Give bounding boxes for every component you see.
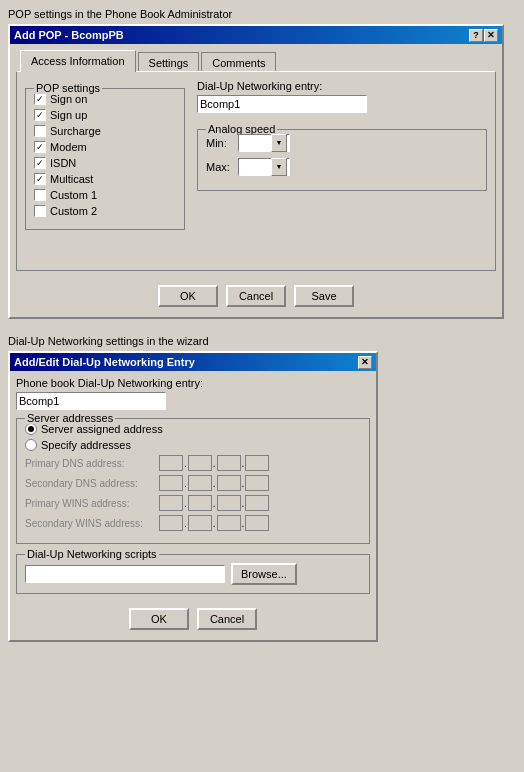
custom1-label: Custom 1 (50, 189, 97, 201)
bottom-section-label: Dial-Up Networking settings in the wizar… (8, 335, 516, 347)
primary-dns-oct1[interactable] (159, 455, 183, 471)
primary-wins-row: Primary WINS address: . . . (25, 495, 361, 511)
scripts-row: Browse... (25, 563, 361, 585)
primary-dns-oct2[interactable] (188, 455, 212, 471)
close-button[interactable]: ✕ (484, 29, 498, 42)
primary-wins-oct4[interactable] (245, 495, 269, 511)
sign-up-checkbox[interactable] (34, 109, 46, 121)
custom2-checkbox[interactable] (34, 205, 46, 217)
secondary-wins-oct2[interactable] (188, 515, 212, 531)
scripts-input[interactable] (25, 565, 225, 583)
primary-dns-oct3[interactable] (217, 455, 241, 471)
tab-bar: Access Information Settings Comments (16, 50, 496, 72)
analog-speed-group: Analog speed Min: Max: (197, 129, 487, 191)
primary-wins-oct3[interactable] (217, 495, 241, 511)
phone-book-section: Phone book Dial-Up Networking entry: (16, 377, 370, 410)
secondary-wins-label: Secondary WINS address: (25, 518, 155, 529)
primary-dns-row: Primary DNS address: . . . (25, 455, 361, 471)
custom1-row: Custom 1 (34, 189, 176, 201)
max-speed-dropdown[interactable] (238, 158, 290, 176)
help-button[interactable]: ? (469, 29, 483, 42)
secondary-dns-oct2[interactable] (188, 475, 212, 491)
custom2-row: Custom 2 (34, 205, 176, 217)
server-assigned-row: Server assigned address (25, 423, 361, 435)
max-speed-row: Max: (206, 158, 478, 176)
bottom-cancel-button[interactable]: Cancel (197, 608, 257, 630)
sign-on-label: Sign on (50, 93, 87, 105)
tab-content: POP settings Sign on Sign up (16, 71, 496, 271)
secondary-wins-oct1[interactable] (159, 515, 183, 531)
specify-label: Specify addresses (41, 439, 131, 451)
top-dialog-title: Add POP - BcompPB (14, 29, 124, 41)
bottom-titlebar-buttons: ✕ (358, 356, 372, 369)
pop-settings-group: POP settings Sign on Sign up (25, 88, 185, 230)
top-dialog-content: Access Information Settings Comments POP… (10, 44, 502, 317)
bottom-close-button[interactable]: ✕ (358, 356, 372, 369)
top-titlebar: Add POP - BcompPB ? ✕ (10, 26, 502, 44)
secondary-wins-ip: . . . (159, 515, 269, 531)
surcharge-checkbox[interactable] (34, 125, 46, 137)
bottom-button-row: OK Cancel (16, 604, 370, 634)
multicast-checkbox[interactable] (34, 173, 46, 185)
isdn-label: ISDN (50, 157, 76, 169)
cancel-button[interactable]: Cancel (226, 285, 286, 307)
phone-book-label: Phone book Dial-Up Networking entry: (16, 377, 370, 389)
surcharge-row: Surcharge (34, 125, 176, 137)
secondary-dns-ip: . . . (159, 475, 269, 491)
primary-dns-label: Primary DNS address: (25, 458, 155, 469)
scripts-group: Dial-Up Networking scripts Browse... (16, 554, 370, 594)
primary-wins-ip: . . . (159, 495, 269, 511)
secondary-dns-oct1[interactable] (159, 475, 183, 491)
scripts-label: Dial-Up Networking scripts (25, 548, 159, 560)
server-assigned-radio[interactable] (25, 423, 37, 435)
primary-dns-ip: . . . (159, 455, 269, 471)
top-titlebar-buttons: ? ✕ (469, 29, 498, 42)
primary-wins-oct2[interactable] (188, 495, 212, 511)
min-speed-row: Min: (206, 134, 478, 152)
tab-layout: POP settings Sign on Sign up (25, 80, 487, 230)
top-button-row: OK Cancel Save (16, 281, 496, 311)
custom1-checkbox[interactable] (34, 189, 46, 201)
server-addresses-group: Server addresses Server assigned address… (16, 418, 370, 544)
phone-book-input[interactable] (16, 392, 166, 410)
modem-label: Modem (50, 141, 87, 153)
sign-on-row: Sign on (34, 93, 176, 105)
primary-dns-oct4[interactable] (245, 455, 269, 471)
primary-wins-label: Primary WINS address: (25, 498, 155, 509)
bottom-ok-button[interactable]: OK (129, 608, 189, 630)
tab-access[interactable]: Access Information (20, 50, 136, 72)
min-speed-dropdown[interactable] (238, 134, 290, 152)
server-addresses-label: Server addresses (25, 412, 115, 424)
sign-up-row: Sign up (34, 109, 176, 121)
dialup-entry-input[interactable] (197, 95, 367, 113)
ok-button[interactable]: OK (158, 285, 218, 307)
tab-settings[interactable]: Settings (138, 52, 200, 72)
min-label: Min: (206, 137, 234, 149)
modem-checkbox[interactable] (34, 141, 46, 153)
specify-radio[interactable] (25, 439, 37, 451)
dialup-section: Dial-Up Networking entry: (197, 80, 487, 113)
pop-settings-col: POP settings Sign on Sign up (25, 80, 185, 230)
multicast-row: Multicast (34, 173, 176, 185)
right-col: Dial-Up Networking entry: Analog speed M… (197, 80, 487, 230)
secondary-dns-oct3[interactable] (217, 475, 241, 491)
primary-wins-oct1[interactable] (159, 495, 183, 511)
browse-button[interactable]: Browse... (231, 563, 297, 585)
pop-settings-label: POP settings (34, 82, 102, 94)
tab-comments[interactable]: Comments (201, 52, 276, 72)
bottom-titlebar: Add/Edit Dial-Up Networking Entry ✕ (10, 353, 376, 371)
surcharge-label: Surcharge (50, 125, 101, 137)
bottom-dialog-content: Phone book Dial-Up Networking entry: Ser… (10, 371, 376, 640)
custom2-label: Custom 2 (50, 205, 97, 217)
save-button[interactable]: Save (294, 285, 354, 307)
modem-row: Modem (34, 141, 176, 153)
secondary-wins-row: Secondary WINS address: . . . (25, 515, 361, 531)
isdn-checkbox[interactable] (34, 157, 46, 169)
top-dialog: Add POP - BcompPB ? ✕ Access Information… (8, 24, 504, 319)
secondary-wins-oct4[interactable] (245, 515, 269, 531)
top-section-label: POP settings in the Phone Book Administr… (8, 8, 516, 20)
secondary-wins-oct3[interactable] (217, 515, 241, 531)
secondary-dns-oct4[interactable] (245, 475, 269, 491)
bottom-dialog: Add/Edit Dial-Up Networking Entry ✕ Phon… (8, 351, 378, 642)
sign-on-checkbox[interactable] (34, 93, 46, 105)
